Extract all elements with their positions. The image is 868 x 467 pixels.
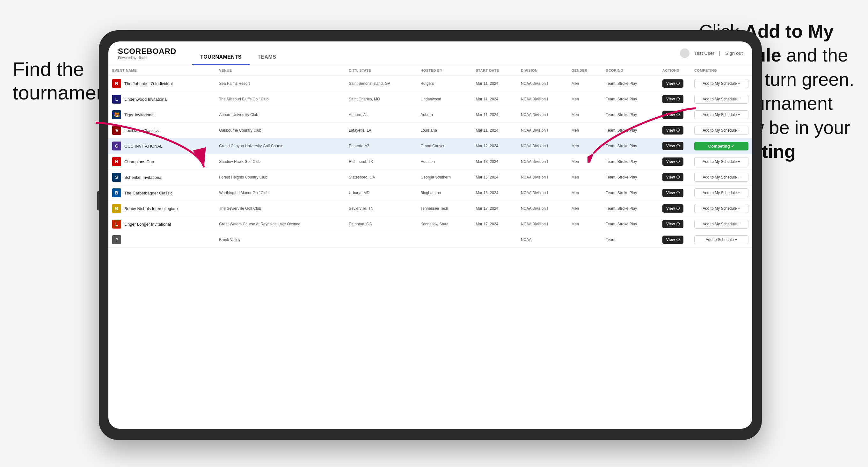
actions-cell: View ⓘ bbox=[658, 201, 690, 216]
event-name: Louisiana Classics bbox=[124, 128, 159, 133]
scoring: Team, Stroke Play bbox=[602, 216, 658, 232]
start-date: Mar 16, 2024 bbox=[472, 185, 517, 201]
team-logo: S bbox=[112, 173, 121, 182]
start-date bbox=[472, 232, 517, 248]
view-button[interactable]: View ⓘ bbox=[662, 189, 683, 197]
scoring: Team, Stroke Play bbox=[602, 138, 658, 154]
team-logo: B bbox=[112, 204, 121, 213]
nav-tabs: TOURNAMENTS TEAMS bbox=[192, 41, 284, 65]
header-right: Test User | Sign out bbox=[680, 49, 743, 58]
col-start-date: START DATE bbox=[472, 65, 517, 76]
add-to-schedule-button[interactable]: Add to My Schedule + bbox=[694, 157, 748, 166]
event-name-cell: GGCU INVITATIONAL bbox=[108, 138, 215, 154]
actions-cell: View ⓘ bbox=[658, 185, 690, 201]
gender: Men bbox=[568, 216, 602, 232]
view-button[interactable]: View ⓘ bbox=[662, 173, 683, 181]
gender: Men bbox=[568, 169, 602, 185]
event-name: Schenkel Invitational bbox=[124, 175, 162, 180]
venue: The Missouri Bluffs Golf Club bbox=[215, 92, 345, 107]
event-name: The Johnnie - O Individual bbox=[124, 81, 173, 86]
tab-tournaments[interactable]: TOURNAMENTS bbox=[192, 54, 250, 65]
signout-link[interactable]: Sign out bbox=[725, 50, 743, 56]
tournaments-table-area: EVENT NAME VENUE CITY, STATE HOSTED BY S… bbox=[108, 65, 752, 429]
tablet-frame: SCOREBOARD Powered by clippd TOURNAMENTS… bbox=[99, 30, 762, 440]
competing-cell: Add to Schedule + bbox=[690, 232, 752, 248]
table-row: BBobby Nichols IntercollegiateThe Sevier… bbox=[108, 201, 752, 216]
col-gender: GENDER bbox=[568, 65, 602, 76]
start-date: Mar 11, 2024 bbox=[472, 76, 517, 92]
view-button[interactable]: View ⓘ bbox=[662, 80, 683, 88]
tab-teams[interactable]: TEAMS bbox=[250, 54, 284, 65]
competing-cell: Add to My Schedule + bbox=[690, 169, 752, 185]
venue: Sea Palms Resort bbox=[215, 76, 345, 92]
city-state: Sevierville, TN bbox=[345, 201, 416, 216]
division: NCAA Division I bbox=[517, 216, 568, 232]
add-to-schedule-button[interactable]: Add to My Schedule + bbox=[694, 188, 748, 197]
team-logo: H bbox=[112, 157, 121, 166]
view-button[interactable]: View ⓘ bbox=[662, 157, 683, 166]
add-to-schedule-button[interactable]: Add to My Schedule + bbox=[694, 79, 748, 88]
event-name: The Carpetbagger Classic bbox=[124, 191, 173, 195]
division: NCAA Division I bbox=[517, 92, 568, 107]
gender bbox=[568, 232, 602, 248]
competing-cell: Add to My Schedule + bbox=[690, 185, 752, 201]
event-name-cell: ? bbox=[108, 232, 215, 248]
view-button[interactable]: View ⓘ bbox=[662, 142, 683, 150]
add-to-schedule-button[interactable]: Add to My Schedule + bbox=[694, 173, 748, 182]
hosted-by: Louisiana bbox=[416, 123, 472, 138]
logo-area: SCOREBOARD Powered by clippd bbox=[118, 47, 176, 60]
event-name: Bobby Nichols Intercollegiate bbox=[124, 206, 178, 211]
tablet-screen: SCOREBOARD Powered by clippd TOURNAMENTS… bbox=[108, 41, 752, 429]
view-button[interactable]: View ⓘ bbox=[662, 95, 683, 103]
hosted-by: Tennessee Tech bbox=[416, 201, 472, 216]
gender: Men bbox=[568, 185, 602, 201]
actions-cell: View ⓘ bbox=[658, 169, 690, 185]
add-to-schedule-button[interactable]: Add to My Schedule + bbox=[694, 95, 748, 103]
actions-cell: View ⓘ bbox=[658, 232, 690, 248]
city-state: Saint Charles, MO bbox=[345, 92, 416, 107]
actions-cell: View ⓘ bbox=[658, 76, 690, 92]
start-date: Mar 12, 2024 bbox=[472, 138, 517, 154]
division: NCAA Division I bbox=[517, 169, 568, 185]
team-logo: L bbox=[112, 220, 121, 228]
table-row: HChampions CupShadow Hawk Golf ClubRichm… bbox=[108, 154, 752, 169]
division: NCAA Division I bbox=[517, 76, 568, 92]
add-to-schedule-button[interactable]: Add to My Schedule + bbox=[694, 220, 748, 228]
competing-cell: Add to My Schedule + bbox=[690, 216, 752, 232]
hosted-by: Binghamton bbox=[416, 185, 472, 201]
actions-cell: View ⓘ bbox=[658, 138, 690, 154]
view-button[interactable]: View ⓘ bbox=[662, 236, 683, 244]
city-state bbox=[345, 232, 416, 248]
division: NCAA Division I bbox=[517, 154, 568, 169]
add-to-schedule-button[interactable]: Add to My Schedule + bbox=[694, 126, 748, 135]
start-date: Mar 17, 2024 bbox=[472, 201, 517, 216]
venue: Grand Canyon University Golf Course bbox=[215, 138, 345, 154]
add-to-schedule-button[interactable]: Add to Schedule + bbox=[694, 235, 748, 244]
col-competing: COMPETING bbox=[690, 65, 752, 76]
competing-button[interactable]: Competing ✓ bbox=[694, 142, 748, 151]
gender: Men bbox=[568, 123, 602, 138]
team-logo: G bbox=[112, 142, 121, 151]
view-button[interactable]: View ⓘ bbox=[662, 204, 683, 213]
hosted-by: Grand Canyon bbox=[416, 138, 472, 154]
view-button[interactable]: View ⓘ bbox=[662, 220, 683, 228]
team-logo: 🐯 bbox=[112, 110, 121, 119]
division: NCAA Division I bbox=[517, 185, 568, 201]
venue: Great Waters Course At Reynolds Lake Oco… bbox=[215, 216, 345, 232]
table-row: BThe Carpetbagger ClassicWorthington Man… bbox=[108, 185, 752, 201]
team-logo: ⚜ bbox=[112, 126, 121, 135]
add-to-schedule-button[interactable]: Add to My Schedule + bbox=[694, 110, 748, 119]
view-button[interactable]: View ⓘ bbox=[662, 126, 683, 134]
hosted-by: Rutgers bbox=[416, 76, 472, 92]
table-row: GGCU INVITATIONALGrand Canyon University… bbox=[108, 138, 752, 154]
table-header-row: EVENT NAME VENUE CITY, STATE HOSTED BY S… bbox=[108, 65, 752, 76]
hosted-by: Auburn bbox=[416, 107, 472, 123]
add-to-schedule-button[interactable]: Add to My Schedule + bbox=[694, 204, 748, 213]
venue: Auburn University Club bbox=[215, 107, 345, 123]
event-name: Tiger Invitational bbox=[124, 113, 155, 117]
city-state: Statesboro, GA bbox=[345, 169, 416, 185]
scoring: Team, Stroke Play bbox=[602, 154, 658, 169]
col-scoring: SCORING bbox=[602, 65, 658, 76]
logo-sub: Powered by clippd bbox=[118, 56, 176, 60]
view-button[interactable]: View ⓘ bbox=[662, 111, 683, 119]
